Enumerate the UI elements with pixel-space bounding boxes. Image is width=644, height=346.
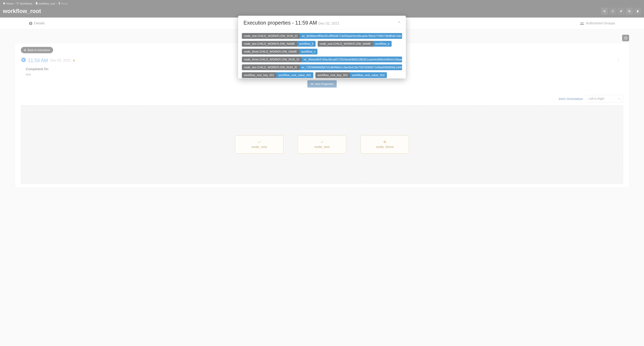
- property-tag: node_two.CHILD_WORKFLOW_RUN_IDwr_72f2988…: [242, 64, 402, 70]
- property-tag: node_three.CHILD_WORKFLOW_NAMEworkflow_c: [242, 49, 318, 54]
- property-value: workflow_b: [297, 41, 316, 47]
- property-key: node_one.CHILD_WORKFLOW_RUN_ID: [242, 33, 300, 39]
- property-tag: node_one.CHILD_WORKFLOW_NAMEworkflow_a: [318, 41, 392, 47]
- property-value: workflow_a: [373, 41, 392, 47]
- property-tag: workflow_root_key_001workflow_root_value…: [242, 72, 313, 78]
- property-value: wr_72f298869bfb87d1d64f8eb1c3ee3e415e709…: [299, 64, 402, 70]
- property-tag: node_two.CHILD_WORKFLOW_NAMEworkflow_b: [242, 41, 316, 47]
- property-key: node_three.CHILD_WORKFLOW_NAME: [242, 49, 299, 54]
- execution-properties-modal: Execution properties - 11:59 AM Dec 02, …: [238, 16, 406, 78]
- property-value: wr_4beea4b47efac36cad572f32dea9d8d618fb3…: [301, 56, 402, 62]
- modal-title: Execution properties - 11:59 AM Dec 02, …: [244, 20, 339, 26]
- property-key: node_two.CHILD_WORKFLOW_RUN_ID: [242, 64, 299, 70]
- modal-title-time: 11:59 AM: [295, 20, 317, 25]
- property-key: workflow_root_key_002: [316, 72, 350, 78]
- property-key: node_three.CHILD_WORKFLOW_RUN_ID: [242, 56, 301, 62]
- property-tag: node_one.CHILD_WORKFLOW_RUN_IDwr_9e5bbec…: [242, 33, 402, 39]
- modal-title-prefix: Execution properties -: [244, 20, 295, 25]
- property-value: workflow_root_value_002: [350, 72, 387, 78]
- property-value: workflow_c: [299, 49, 318, 54]
- property-tag: workflow_root_key_002workflow_root_value…: [316, 72, 387, 78]
- property-key: workflow_root_key_001: [242, 72, 276, 78]
- property-value: workflow_root_value_001: [276, 72, 313, 78]
- property-key: node_two.CHILD_WORKFLOW_NAME: [242, 41, 297, 47]
- property-value: wr_9e5bbec0ff4e2614ff5046713d29adc5ec0bc…: [300, 33, 402, 39]
- modal-body: node_one.CHILD_WORKFLOW_RUN_IDwr_9e5bbec…: [238, 29, 406, 78]
- property-tag: node_three.CHILD_WORKFLOW_RUN_IDwr_4beea…: [242, 56, 402, 62]
- property-key: node_one.CHILD_WORKFLOW_NAME: [318, 41, 373, 47]
- modal-close-button[interactable]: ×: [398, 20, 400, 24]
- modal-title-date: Dec 02, 2021: [318, 21, 339, 25]
